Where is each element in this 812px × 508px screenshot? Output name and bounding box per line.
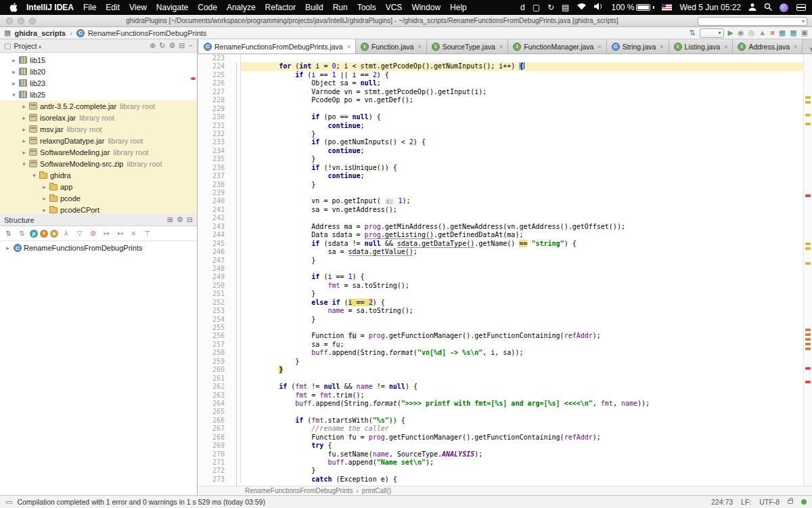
line-number[interactable]: 272 [198, 467, 231, 475]
line-number[interactable]: 257 [198, 341, 231, 349]
tool-window-icon-1[interactable]: ▦ [779, 29, 786, 37]
close-icon[interactable]: × [724, 43, 727, 50]
code-line[interactable]: if (fmt.startsWith("%s")) { [241, 417, 812, 425]
close-icon[interactable]: × [499, 43, 503, 50]
project-panel-title[interactable]: Project [14, 42, 41, 50]
line-number[interactable]: 249 [198, 273, 231, 281]
code-line[interactable] [241, 408, 812, 416]
line-number[interactable]: 242 [198, 214, 231, 222]
line-number[interactable]: 254 [198, 316, 231, 324]
line-number[interactable]: 262 [198, 383, 231, 391]
stripe-mark[interactable] [805, 367, 811, 370]
stripe-mark[interactable] [805, 343, 811, 345]
tree-item-antlr-3.5.2-complete.jar[interactable]: ▸antlr-3.5.2-complete.jarlibrary root [0, 100, 197, 112]
tree-item-SoftwareModeling.jar[interactable]: ▸SoftwareModeling.jarlibrary root [0, 146, 197, 158]
apple-menu-icon[interactable] [9, 3, 18, 12]
chevron-right-icon[interactable]: ▸ [41, 195, 48, 202]
tree-item-pcode[interactable]: ▸pcode [0, 192, 197, 204]
stripe-mark[interactable] [805, 262, 811, 265]
code-line[interactable] [241, 54, 812, 62]
line-number[interactable]: 256 [198, 332, 231, 340]
menu-item-run[interactable]: Run [328, 3, 353, 12]
line-number[interactable]: 268 [198, 433, 231, 442]
tree-item-SoftwareModeling-src.zip[interactable]: ▾SoftwareModeling-src.ziplibrary root [0, 158, 197, 169]
code-line[interactable] [241, 324, 812, 332]
project-panel-header[interactable]: ▢ Project ⊕↻⚙⊟− [0, 39, 197, 53]
error-stripe[interactable] [803, 54, 812, 486]
code-line[interactable]: Function fu = prog.getFunctionManager().… [241, 433, 812, 442]
line-number[interactable]: 269 [198, 442, 231, 450]
code-line[interactable]: } [241, 130, 812, 138]
line-number[interactable]: 244 [198, 231, 231, 239]
chevron-right-icon[interactable]: ▸ [10, 57, 18, 64]
chevron-right-icon[interactable]: ▸ [41, 207, 48, 213]
code-line[interactable]: } [241, 316, 812, 324]
run-config-combo[interactable] [700, 28, 724, 38]
code-line[interactable]: if (sdata != null && sdata.getDataType()… [241, 240, 812, 248]
line-number[interactable]: 273 [198, 475, 231, 484]
code-line[interactable]: } [241, 467, 812, 475]
menu-item-view[interactable]: View [125, 3, 152, 12]
breadcrumb-folder[interactable]: ghidra_scripts [14, 29, 66, 37]
line-number[interactable]: 238 [198, 181, 231, 189]
tab-FunctionManager.java[interactable]: FunctionManager.java× [508, 39, 607, 54]
run-icon[interactable]: ▶ [728, 29, 734, 37]
code-line[interactable]: if (po.getNumInputs() < 2) { [241, 138, 812, 146]
menu-item-vcs[interactable]: VCS [381, 3, 407, 12]
menu-item-build[interactable]: Build [300, 3, 328, 12]
show-fields-icon[interactable]: f [40, 230, 48, 238]
line-number[interactable]: 265 [198, 408, 231, 416]
autoscroll-from-source-icon[interactable]: ↤ [114, 228, 126, 239]
line-number[interactable]: 240 [198, 197, 231, 205]
breadcrumb-class[interactable]: RenameFunctionsFromDebugPrints [245, 487, 353, 494]
sort-alphabetically-icon[interactable]: ⇅ [16, 228, 28, 239]
line-number[interactable]: 228 [198, 96, 231, 104]
docker-icon[interactable]: d [520, 3, 525, 12]
code-line[interactable]: if (i == 1) { [241, 273, 812, 281]
lock-icon[interactable] [788, 500, 793, 504]
chevron-right-icon[interactable]: ▸ [41, 184, 48, 190]
spotlight-search-icon[interactable] [764, 3, 772, 13]
code-line[interactable]: Data sdata = prog.getListing().getDefine… [241, 231, 812, 239]
code-line[interactable]: continue; [241, 172, 812, 180]
line-number[interactable]: 243 [198, 223, 231, 231]
line-number[interactable]: 225 [198, 71, 231, 79]
code-line[interactable]: Varnode vn = stmt.getPcodeOp().getInput(… [241, 88, 812, 96]
line-number[interactable]: 259 [198, 358, 231, 366]
code-line[interactable] [241, 375, 812, 383]
tree-item-lib23[interactable]: ▸lib23 [0, 77, 197, 89]
line-number[interactable]: 230 [198, 113, 231, 121]
line-number[interactable]: 253 [198, 307, 231, 315]
stripe-mark[interactable] [805, 194, 811, 197]
code-line[interactable]: fu.setName(name, SourceType.ANALYSIS); [241, 450, 812, 459]
profiler-icon[interactable]: ▲ [759, 29, 766, 37]
stripe-mark[interactable] [805, 96, 811, 99]
code-line[interactable]: } [241, 155, 812, 163]
code-line[interactable]: fmt = fmt.trim(); [241, 391, 812, 400]
line-number[interactable]: 255 [198, 324, 231, 332]
line-number[interactable]: 264 [198, 400, 231, 408]
toolwindow-toggle-icon[interactable]: ▭ [5, 499, 12, 506]
line-number[interactable]: 227 [198, 88, 231, 96]
tree-item-app[interactable]: ▸app [0, 181, 197, 192]
line-number[interactable]: 260 [198, 366, 231, 374]
locate-file-icon[interactable]: ⊕ [150, 42, 156, 49]
stop-icon[interactable]: ■ [770, 29, 775, 37]
minimize-window-button[interactable] [18, 18, 24, 24]
settings-gear-icon[interactable]: ⚙ [168, 42, 175, 49]
line-number[interactable]: 239 [198, 189, 231, 197]
refresh-icon[interactable]: ↻ [159, 42, 165, 49]
stripe-mark[interactable] [805, 242, 811, 245]
line-number[interactable]: 246 [198, 248, 231, 256]
line-separator[interactable]: LF: [741, 498, 751, 506]
code-line[interactable] [241, 189, 812, 197]
line-number[interactable]: 267 [198, 425, 231, 433]
autoscroll-to-source-icon[interactable]: ↦ [101, 228, 112, 239]
code-line[interactable]: } [241, 181, 812, 189]
line-number[interactable]: 232 [198, 130, 231, 138]
code-line[interactable]: Function fu = prog.getFunctionManager().… [241, 332, 812, 340]
wifi-icon[interactable] [577, 3, 587, 12]
code-line[interactable]: PcodeOp po = vn.getDef(); [241, 96, 812, 104]
tab-Function.java[interactable]: Function.java× [356, 39, 427, 54]
code-line[interactable]: name = sa.toString(); [241, 307, 812, 315]
